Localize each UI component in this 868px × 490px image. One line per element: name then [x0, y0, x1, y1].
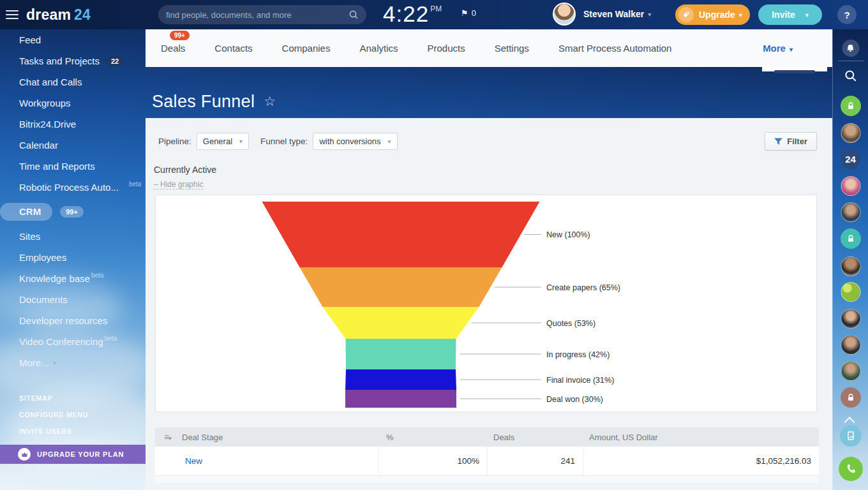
- brand-suffix: 24: [74, 6, 91, 23]
- sidebar-item-workgroups[interactable]: Workgroups: [0, 93, 146, 114]
- group-photo-icon[interactable]: [841, 282, 860, 302]
- funnel-segment-in-progress[interactable]: [346, 339, 456, 369]
- sidebar-item-calendar[interactable]: Calendar: [0, 135, 146, 156]
- sidebar-item-more[interactable]: More...▾: [0, 352, 146, 373]
- sidebar-item-developer-resources[interactable]: Developer resources: [0, 310, 146, 331]
- notifications-bell-icon[interactable]: [842, 40, 859, 57]
- secure-lock-teal-icon[interactable]: [841, 228, 861, 249]
- user-name: Steven Walker: [583, 9, 644, 19]
- funnel-stage-label: New (100%): [546, 230, 590, 239]
- funnel-segment-final-invoice[interactable]: [345, 369, 456, 390]
- beta-tag: beta: [91, 272, 103, 279]
- funnel-segment-quotes[interactable]: [323, 307, 479, 339]
- sidebar-item-tasks[interactable]: Tasks and Projects22: [0, 50, 146, 71]
- hide-graphic-link[interactable]: – Hide graphic: [154, 180, 203, 189]
- chevron-down-icon: ▾: [648, 11, 651, 18]
- avatar[interactable]: [841, 335, 860, 355]
- secure-lock-brown-icon[interactable]: [841, 387, 861, 408]
- col-deals: Deals: [487, 433, 583, 442]
- avatar[interactable]: [841, 123, 860, 143]
- avatar[interactable]: [841, 361, 860, 381]
- col-percent: %: [378, 433, 487, 442]
- device-sync-icon[interactable]: [840, 425, 862, 447]
- chevron-down-icon: ▾: [239, 138, 243, 145]
- sidebar-item-employees[interactable]: Employees: [0, 247, 146, 268]
- main-area: 99+ Deals Contacts Companies Analytics P…: [146, 29, 832, 490]
- search-input[interactable]: [166, 10, 348, 20]
- user-avatar: [553, 3, 576, 26]
- funnel-type-select[interactable]: with conversions ▾: [313, 133, 397, 150]
- more-tab-extension: [762, 67, 827, 71]
- tab-contacts[interactable]: Contacts: [214, 43, 252, 54]
- tab-more[interactable]: More▾: [763, 43, 793, 54]
- portal-24-badge[interactable]: 24: [841, 149, 860, 169]
- working-time-clock[interactable]: 4:22 PM: [383, 1, 442, 27]
- avatar[interactable]: [841, 309, 860, 329]
- help-button[interactable]: ?: [837, 5, 857, 24]
- user-menu[interactable]: Steven Walker ▾: [553, 3, 651, 26]
- avatar[interactable]: [841, 202, 860, 222]
- sidebar-item-rpa[interactable]: Robotic Process Auto...beta: [0, 177, 146, 198]
- sidebar-item-sites[interactable]: Sites: [0, 226, 146, 247]
- upgrade-plan-bar[interactable]: UPGRADE YOUR PLAN: [0, 445, 146, 464]
- filter-row: Pipeline: General ▾ Funnel type: with co…: [146, 118, 832, 151]
- deals-count-badge: 99+: [170, 31, 190, 40]
- chevron-down-icon: ▾: [739, 11, 742, 19]
- invite-button[interactable]: Invite ▾: [758, 4, 822, 25]
- row-amount: $1,052,216.03: [583, 447, 819, 475]
- avatar[interactable]: [841, 256, 860, 276]
- sitemap-link[interactable]: SITEMAP: [0, 390, 146, 406]
- table-settings-icon[interactable]: ≡▾: [155, 432, 182, 442]
- sidebar-item-knowledge-base[interactable]: Knowledge basebeta: [0, 268, 146, 289]
- search-icon[interactable]: [348, 10, 359, 20]
- funnel-segment-new[interactable]: [262, 202, 540, 267]
- sidebar-item-chat[interactable]: Chat and Calls: [0, 71, 146, 93]
- chevron-down-icon: ▾: [387, 138, 391, 145]
- tab-deals[interactable]: 99+ Deals: [161, 43, 185, 54]
- sidebar-item-time-reports[interactable]: Time and Reports: [0, 156, 146, 177]
- voice-call-icon[interactable]: [839, 457, 863, 481]
- upgrade-button[interactable]: Upgrade ▾: [675, 4, 750, 25]
- filter-button[interactable]: Filter: [765, 132, 817, 151]
- menu-hamburger-icon[interactable]: [6, 10, 19, 19]
- table-row-partial: [155, 476, 819, 483]
- col-deal-stage: Deal Stage: [182, 433, 378, 442]
- funnel-filter-icon: [774, 138, 782, 145]
- right-rail: 24: [832, 29, 868, 490]
- global-search[interactable]: [158, 5, 366, 24]
- sidebar-item-crm[interactable]: CRM99+: [0, 198, 146, 226]
- favorite-star-icon[interactable]: ☆: [264, 94, 276, 109]
- funnel-segment-create-papers[interactable]: [300, 267, 502, 307]
- sidebar-item-documents[interactable]: Documents: [0, 289, 146, 310]
- invite-users-link[interactable]: INVITE USERS: [0, 423, 146, 440]
- crown-icon: [18, 448, 31, 461]
- pipeline-select[interactable]: General ▾: [197, 133, 249, 150]
- flag-count: 0: [472, 8, 476, 18]
- sidebar-item-drive[interactable]: Bitrix24.Drive: [0, 114, 146, 135]
- tasks-count-badge: 22: [106, 56, 124, 66]
- notifications-flag[interactable]: ⚑ 0: [461, 8, 476, 18]
- sidebar-item-feed[interactable]: Feed: [0, 29, 146, 50]
- stage-link[interactable]: New: [185, 456, 202, 466]
- tab-companies[interactable]: Companies: [282, 43, 331, 54]
- funnel-segment-deal-won[interactable]: [345, 390, 456, 408]
- tab-settings[interactable]: Settings: [495, 43, 529, 54]
- funnel-type-label: Funnel type:: [260, 137, 308, 146]
- secure-lock-green-icon[interactable]: [841, 96, 861, 116]
- funnel-stage-label: Final invoice (31%): [546, 376, 614, 385]
- sidebar-item-video-conferencing[interactable]: Video Conferencingbeta: [0, 331, 146, 352]
- tab-analytics[interactable]: Analytics: [359, 43, 398, 54]
- collapse-chevron-icon[interactable]: [846, 415, 856, 420]
- sidebar-footer: SITEMAP CONFIGURE MENU INVITE USERS UPGR…: [0, 390, 146, 464]
- avatar[interactable]: [841, 176, 860, 196]
- configure-menu-link[interactable]: CONFIGURE MENU: [0, 406, 146, 423]
- tab-products[interactable]: Products: [427, 43, 465, 54]
- funnel-stage-label: Create papers (65%): [546, 283, 620, 292]
- rail-search-icon[interactable]: [844, 69, 858, 85]
- left-sidebar: Feed Tasks and Projects22 Chat and Calls…: [0, 29, 146, 490]
- brand-logo[interactable]: dream24: [26, 6, 91, 24]
- beta-tag: beta: [104, 335, 116, 342]
- tab-smart-process-automation[interactable]: Smart Process Automation: [558, 43, 672, 54]
- beta-tag: beta: [129, 181, 141, 188]
- crm-tabs-bar: 99+ Deals Contacts Companies Analytics P…: [146, 29, 832, 67]
